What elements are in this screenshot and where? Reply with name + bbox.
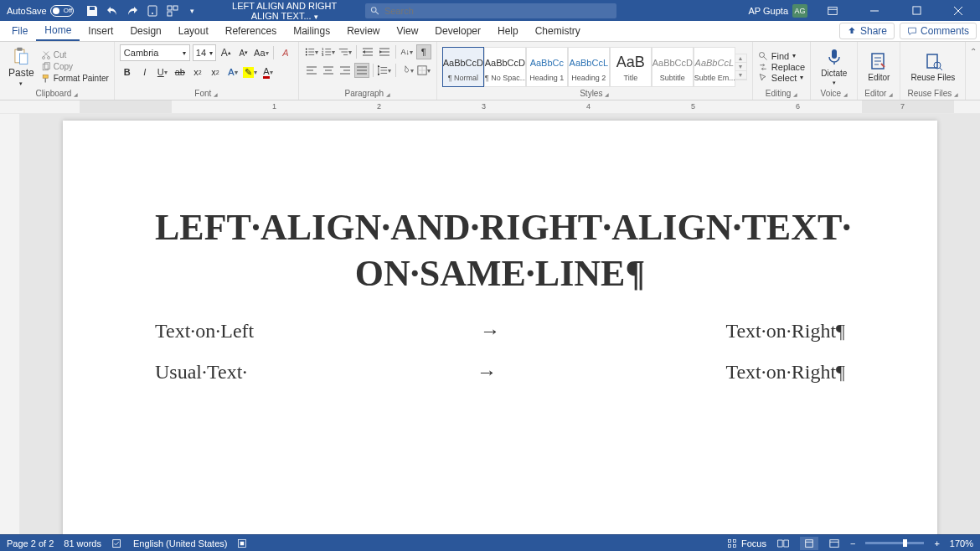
style-title[interactable]: AaBTitle <box>610 47 652 87</box>
replace-button[interactable]: Replace <box>758 62 805 72</box>
styles-scroll-up[interactable]: ▴ <box>735 54 746 63</box>
font-size-combo[interactable]: 14▾ <box>193 44 216 61</box>
shading-button[interactable] <box>400 63 415 78</box>
zoom-out-button[interactable]: − <box>850 538 855 548</box>
title-dropdown-icon[interactable]: ▾ <box>314 13 318 21</box>
style-heading2[interactable]: AaBbCcLHeading 2 <box>568 47 610 87</box>
maximize-button[interactable] <box>900 0 933 21</box>
cut-button[interactable]: Cut <box>41 50 109 60</box>
search-box[interactable] <box>365 3 616 18</box>
view-read-button[interactable] <box>776 538 790 548</box>
tab-design[interactable]: Design <box>121 21 169 41</box>
focus-icon <box>727 538 737 548</box>
autosave-toggle[interactable]: Off <box>50 5 74 17</box>
borders-button[interactable] <box>416 63 431 78</box>
tab-review[interactable]: Review <box>338 21 388 41</box>
find-button[interactable]: Find▾ <box>758 51 805 61</box>
justify-button[interactable] <box>354 63 369 78</box>
highlight-button[interactable]: ✎ <box>243 64 258 80</box>
paste-button[interactable]: Paste ▾ <box>5 45 38 89</box>
styles-expand[interactable]: ▾ <box>735 71 746 80</box>
decrease-indent-button[interactable] <box>360 44 375 59</box>
qat-dropdown-icon[interactable]: ▾ <box>186 4 199 18</box>
styles-gallery[interactable]: AaBbCcD¶ Normal AaBbCcD¶ No Spac... AaBb… <box>442 44 747 89</box>
numbering-button[interactable]: 123 <box>321 44 336 59</box>
reuse-files-button[interactable]: Reuse Files <box>905 49 960 84</box>
line-spacing-button[interactable] <box>377 63 392 78</box>
clear-formatting-button[interactable]: A <box>278 45 293 60</box>
touch-mode-icon[interactable] <box>146 4 159 18</box>
bold-button[interactable]: B <box>120 64 135 80</box>
view-web-button[interactable] <box>828 538 840 548</box>
style-normal[interactable]: AaBbCcD¶ Normal <box>442 47 484 87</box>
font-name-combo[interactable]: Cambria▾ <box>120 44 190 61</box>
styles-scroll-down[interactable]: ▾ <box>735 63 746 71</box>
status-page[interactable]: Page 2 of 2 <box>7 538 54 548</box>
document-page[interactable]: LEFT·ALIGN·AND·RIGHT·ALIGN·TEXT· ON·SAME… <box>63 121 937 534</box>
style-subtitle[interactable]: AaBbCcDSubtitle <box>652 47 694 87</box>
tab-file[interactable]: File <box>3 21 36 41</box>
subscript-button[interactable]: x2 <box>190 64 205 80</box>
bullets-button[interactable] <box>304 44 319 59</box>
status-spellcheck[interactable] <box>111 538 123 549</box>
save-icon[interactable] <box>85 4 99 18</box>
style-heading1[interactable]: AaBbCcHeading 1 <box>526 47 568 87</box>
zoom-in-button[interactable]: + <box>934 538 939 548</box>
text-effects-button[interactable]: A <box>225 64 240 80</box>
grow-font-button[interactable]: A▴ <box>219 45 234 60</box>
change-case-button[interactable]: Aa <box>254 45 269 60</box>
copy-button[interactable]: Copy <box>41 62 109 72</box>
tab-help[interactable]: Help <box>489 21 527 41</box>
user-avatar[interactable]: AG <box>792 4 807 18</box>
multilevel-list-button[interactable] <box>338 44 353 59</box>
tab-insert[interactable]: Insert <box>80 21 121 41</box>
zoom-level[interactable]: 170% <box>950 538 973 548</box>
tab-mailings[interactable]: Mailings <box>285 21 338 41</box>
increase-indent-button[interactable] <box>377 44 392 59</box>
dictate-button[interactable]: Dictate ▾ <box>816 45 852 88</box>
tab-references[interactable]: References <box>217 21 285 41</box>
search-input[interactable] <box>384 6 611 16</box>
superscript-button[interactable]: x2 <box>208 64 223 80</box>
share-button[interactable]: Share <box>839 23 895 39</box>
styles-scroll[interactable]: ▴▾▾ <box>735 54 747 80</box>
tab-home[interactable]: Home <box>36 21 80 41</box>
style-preview: AaBbCc <box>530 52 564 74</box>
status-macro[interactable] <box>237 538 247 548</box>
zoom-slider[interactable] <box>865 542 924 544</box>
view-print-button[interactable] <box>800 537 818 550</box>
style-no-spacing[interactable]: AaBbCcD¶ No Spac... <box>484 47 526 87</box>
ribbon-options-button[interactable] <box>816 0 849 21</box>
horizontal-ruler[interactable]: 1 2 3 4 5 6 7 <box>20 100 980 113</box>
strikethrough-button[interactable]: ab <box>173 64 188 80</box>
svg-point-24 <box>306 49 307 50</box>
close-button[interactable] <box>941 0 975 21</box>
redo-icon[interactable] <box>126 4 139 18</box>
tab-chemistry[interactable]: Chemistry <box>527 21 589 41</box>
align-center-button[interactable] <box>321 63 336 78</box>
qat-more-icon[interactable] <box>166 4 179 18</box>
format-painter-button[interactable]: Format Painter <box>41 74 109 84</box>
minimize-button[interactable] <box>858 0 891 21</box>
font-color-button[interactable]: A <box>260 64 276 80</box>
style-subtle-emphasis[interactable]: AaBbCcLSubtle Em... <box>694 47 735 87</box>
focus-button[interactable]: Focus <box>727 538 766 548</box>
align-left-button[interactable] <box>304 63 319 78</box>
vertical-ruler[interactable] <box>0 114 20 534</box>
sort-button[interactable]: A↓ <box>400 44 415 59</box>
shrink-font-button[interactable]: A▾ <box>236 45 251 60</box>
collapse-ribbon-button[interactable]: ⌃ <box>967 42 980 100</box>
tab-layout[interactable]: Layout <box>170 21 217 41</box>
show-hide-button[interactable]: ¶ <box>416 44 431 59</box>
status-words[interactable]: 81 words <box>64 538 101 548</box>
align-right-button[interactable] <box>338 63 353 78</box>
italic-button[interactable]: I <box>137 64 152 80</box>
comments-button[interactable]: Comments <box>900 23 977 39</box>
select-button[interactable]: Select▾ <box>758 73 805 83</box>
tab-developer[interactable]: Developer <box>426 21 489 41</box>
editor-button[interactable]: Editor <box>863 49 895 84</box>
tab-view[interactable]: View <box>389 21 427 41</box>
undo-icon[interactable] <box>106 4 119 18</box>
underline-button[interactable]: U <box>155 64 170 80</box>
status-language[interactable]: English (United States) <box>133 538 228 548</box>
